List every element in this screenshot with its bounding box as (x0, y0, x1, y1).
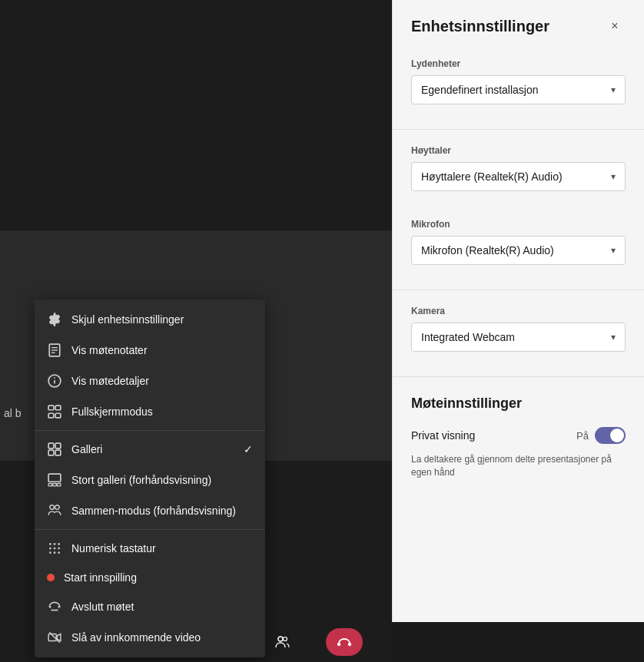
menu-item-fullscreen[interactable]: Fullskjermmodus (35, 396, 265, 427)
menu-item-label: Sammen-modus (forhåndsvisning) (71, 505, 236, 517)
svg-point-28 (54, 551, 56, 554)
chevron-down-icon: ▾ (611, 245, 616, 256)
svg-rect-14 (55, 450, 61, 455)
end-meeting-icon (47, 599, 62, 614)
audio-devices-value: Egendefinert installasjon (421, 84, 539, 96)
menu-item-label: Start innspilling (64, 571, 137, 584)
menu-item-large-gallery[interactable]: Stort galleri (forhåndsvisning) (35, 465, 265, 495)
settings-header: Enhetsinnstillinger × (393, 0, 644, 49)
speaker-section: Høyttaler Høyttalere (Realtek(R) Audio) … (393, 136, 644, 210)
private-view-toggle-row: Privat visning På (393, 421, 644, 450)
svg-point-19 (50, 505, 55, 510)
together-icon (47, 503, 62, 518)
svg-rect-9 (48, 413, 54, 418)
svg-rect-7 (48, 405, 54, 410)
microphone-select[interactable]: Mikrofon (Realtek(R) Audio) ▾ (411, 236, 626, 265)
fullscreen-icon (47, 404, 62, 419)
settings-panel: Enhetsinnstillinger × Lydenheter Egendef… (392, 0, 644, 622)
svg-rect-12 (55, 443, 61, 449)
speaker-label: Høyttaler (411, 145, 626, 156)
settings-title: Enhetsinnstillinger (411, 18, 549, 35)
gallery-icon (47, 442, 62, 457)
menu-item-label: Vis møtenotater (71, 344, 148, 356)
private-view-toggle[interactable] (595, 427, 626, 444)
toggle-status: På (576, 430, 589, 442)
svg-point-27 (49, 551, 51, 554)
section-divider-1 (393, 129, 644, 130)
toggle-right: På (576, 427, 626, 444)
end-call-button[interactable] (326, 628, 363, 656)
menu-item-start-recording[interactable]: Start innspilling (35, 564, 265, 591)
svg-point-20 (55, 505, 60, 510)
participant-name-partial: al b (4, 407, 22, 419)
menu-item-label: Skjul enhetsinnstillinger (71, 313, 184, 326)
svg-point-23 (58, 543, 60, 545)
svg-rect-40 (337, 642, 340, 646)
menu-item-label: Avslutt møtet (71, 601, 134, 613)
menu-divider-1 (35, 430, 265, 431)
audio-devices-select[interactable]: Egendefinert installasjon ▾ (411, 75, 626, 104)
menu-item-numpad[interactable]: Numerisk tastatur (35, 533, 265, 564)
svg-point-25 (54, 548, 56, 550)
svg-rect-16 (48, 484, 52, 486)
speaker-select[interactable]: Høyttalere (Realtek(R) Audio) ▾ (411, 162, 626, 191)
menu-item-gallery[interactable]: Galleri ✓ (35, 434, 265, 465)
svg-point-21 (49, 543, 51, 545)
chevron-down-icon: ▾ (611, 332, 616, 343)
camera-select[interactable]: Integrated Webcam ▾ (411, 323, 626, 352)
svg-rect-8 (55, 405, 61, 410)
video-off-icon (47, 630, 62, 645)
section-divider-3 (393, 376, 644, 377)
microphone-label: Mikrofon (411, 219, 626, 230)
large-gallery-icon (47, 472, 62, 488)
gear-icon (47, 312, 62, 327)
svg-rect-13 (48, 450, 54, 455)
private-view-label: Privat visning (411, 429, 475, 442)
close-icon: × (611, 19, 618, 33)
microphone-section: Mikrofon Mikrofon (Realtek(R) Audio) ▾ (393, 210, 644, 283)
svg-rect-15 (48, 474, 61, 482)
menu-item-checkmark: ✓ (244, 443, 253, 455)
svg-rect-10 (55, 413, 61, 418)
menu-item-end-meeting[interactable]: Avslutt møtet (35, 591, 265, 622)
speaker-value: Høyttalere (Realtek(R) Audio) (421, 170, 563, 183)
svg-point-26 (58, 548, 60, 550)
chevron-down-icon: ▾ (611, 171, 616, 182)
record-icon (47, 574, 55, 581)
svg-rect-18 (57, 484, 61, 486)
notes-icon (47, 343, 62, 358)
context-menu: Skjul enhetsinnstillinger Vis møtenotate… (35, 300, 265, 657)
menu-item-label: Vis møtedetaljer (71, 375, 149, 387)
menu-item-label: Numerisk tastatur (71, 542, 156, 554)
toggle-knob (610, 429, 624, 442)
menu-item-label: Slå av innkommende video (71, 631, 201, 644)
private-view-description: La deltakere gå gjennom delte presentasj… (393, 450, 644, 492)
svg-point-24 (49, 548, 51, 550)
menu-item-disable-video[interactable]: Slå av innkommende video (35, 622, 265, 653)
camera-section: Kamera Integrated Webcam ▾ (393, 296, 644, 370)
menu-divider-2 (35, 529, 265, 530)
svg-rect-41 (347, 642, 351, 646)
section-divider-2 (393, 290, 644, 290)
audio-devices-section: Lydenheter Egendefinert installasjon ▾ (393, 49, 644, 123)
audio-devices-label: Lydenheter (411, 58, 626, 69)
svg-rect-17 (53, 484, 57, 486)
participants-button[interactable] (267, 627, 297, 657)
numpad-icon (47, 541, 62, 556)
svg-point-29 (58, 551, 60, 554)
svg-point-22 (54, 543, 56, 545)
menu-item-label: Stort galleri (forhåndsvisning) (71, 474, 211, 486)
menu-item-together-mode[interactable]: Sammen-modus (forhåndsvisning) (35, 495, 265, 526)
menu-item-show-meeting-notes[interactable]: Vis møtenotater (35, 335, 265, 366)
svg-rect-11 (48, 443, 54, 449)
menu-item-hide-device-settings[interactable]: Skjul enhetsinnstillinger (35, 304, 265, 335)
chevron-down-icon: ▾ (611, 84, 616, 95)
menu-item-label: Fullskjermmodus (71, 405, 153, 418)
svg-point-6 (54, 377, 55, 379)
meeting-settings-title: Møteinnstillinger (393, 383, 644, 421)
menu-item-show-meeting-details[interactable]: Vis møtedetaljer (35, 366, 265, 396)
close-button[interactable]: × (604, 15, 626, 37)
camera-label: Kamera (411, 306, 626, 316)
camera-value: Integrated Webcam (421, 331, 515, 343)
microphone-value: Mikrofon (Realtek(R) Audio) (421, 244, 554, 257)
